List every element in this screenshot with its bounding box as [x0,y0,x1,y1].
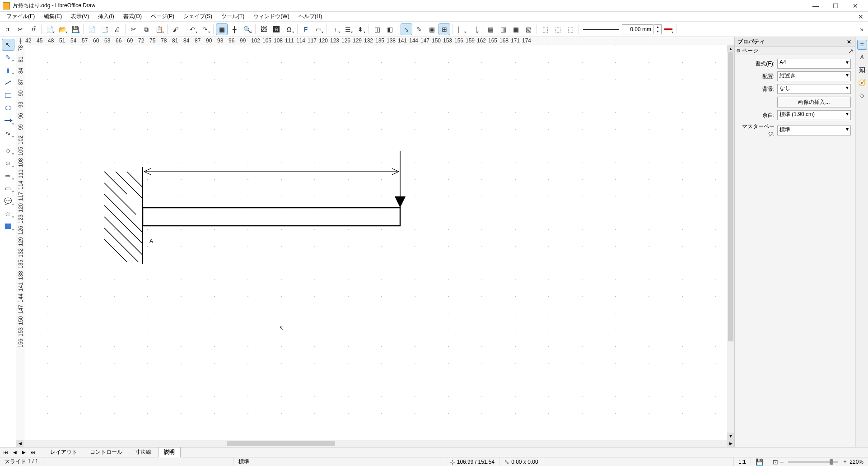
formula-pi-var-icon[interactable]: π̃ [27,23,39,35]
master-page-select[interactable]: 標準▾ [777,126,851,135]
snap-to-grid-button[interactable]: ⊞ [439,23,450,35]
menu-file[interactable]: ファイル(F) [2,12,39,21]
tab-nav-last[interactable]: ⏭ [29,448,37,457]
symbol-shapes-tool[interactable]: ☺ [2,157,14,169]
line-width-input[interactable] [622,24,653,34]
margin-select[interactable]: 標準 (1.90 cm)▾ [777,110,851,120]
ruler-corner[interactable]: ┼ [16,37,25,45]
toolbar-overflow-icon[interactable]: » [857,26,866,33]
line-tool[interactable] [2,77,14,89]
toggle-extrusion-button[interactable]: ▣ [426,23,438,35]
cut-symbol-icon[interactable]: ✂ [14,23,26,35]
status-scale[interactable]: 1:1 [734,457,751,466]
formula-pi-icon[interactable]: π [2,23,14,35]
minimize-button[interactable]: — [806,0,826,11]
menu-insert[interactable]: 挿入(I) [93,12,118,21]
export-pdf-button[interactable]: 📄 [86,23,98,35]
fill-color-tool[interactable]: ▮ [2,64,14,76]
toggle-point-edit-button[interactable]: ↘ [401,23,412,35]
ungroup-button[interactable]: ⬚ [552,23,564,35]
shadow-button[interactable]: ◫ [371,23,383,35]
status-save-icon[interactable]: 💾 [751,457,768,466]
cut-button[interactable]: ✂ [128,23,140,35]
hyperlink-button[interactable]: ▭ [313,23,324,35]
callout-tool[interactable]: 💬 [2,195,14,207]
line-style-preview[interactable] [583,29,619,30]
combine-button[interactable]: ⬚ [565,23,576,35]
send-backward-button[interactable]: ▦ [510,23,522,35]
horizontal-scrollbar[interactable]: ◀ ▶ [16,440,734,447]
sidepanel-close-icon[interactable]: ✕ [845,39,853,45]
menu-window[interactable]: ウィンドウ(W) [249,12,294,21]
snap-guides-button[interactable]: ╋ [229,23,240,35]
paste-button[interactable]: 📋 [153,23,165,35]
page-tab-layout[interactable]: レイアウト [44,447,83,457]
basic-shapes-tool[interactable]: ◇ [2,144,14,156]
menu-shape[interactable]: シェイプ(S) [179,12,217,21]
stars-tool[interactable]: ☆ [2,208,14,219]
distribute-button[interactable]: ⬍ [355,23,366,35]
menu-view[interactable]: 表示(V) [66,12,93,21]
arrange-button[interactable]: ☰ [342,23,354,35]
new-button[interactable]: 📄 [44,23,56,35]
zoom-value[interactable]: 220% [849,459,863,465]
sidepanel-section-header[interactable]: ⊟ ページ ↗ [735,47,855,55]
align-left-button[interactable]: ⎸ [455,23,467,35]
save-button[interactable]: 💾 [69,23,81,35]
insert-image-button[interactable]: 🖼 [258,23,270,35]
menu-help[interactable]: ヘルプ(H) [294,12,327,21]
rectangle-tool[interactable] [2,89,14,101]
menu-tools[interactable]: ツール(T) [217,12,249,21]
align-objects-button[interactable]: ⫞ [329,23,341,35]
vertical-scrollbar[interactable]: ▲ ▼ [727,45,734,440]
orientation-select[interactable]: 縦置き▾ [777,71,851,81]
send-back-button[interactable]: ▧ [523,23,534,35]
arrow-tool[interactable] [2,115,14,126]
block-arrows-tool[interactable]: ⇨ [2,170,14,182]
background-select[interactable]: なし▾ [777,84,851,94]
maximize-button[interactable]: ☐ [826,0,845,11]
menu-edit[interactable]: 編集(E) [39,12,66,21]
line-color-tool[interactable]: ✎ [2,51,14,63]
status-style[interactable]: 標準 [234,457,254,466]
zoom-button[interactable]: 🔍 [241,23,253,35]
flowchart-tool[interactable]: ▭ [2,182,14,194]
insert-image-button-panel[interactable]: 画像の挿入... [777,97,851,107]
group-button[interactable]: ⬚ [539,23,551,35]
canvas[interactable]: A ↖ [25,45,727,440]
horizontal-ruler[interactable]: 4245485154576063666972757881848790939699… [25,37,734,45]
tab-nav-next[interactable]: ▶ [20,448,28,457]
format-select[interactable]: A4▾ [777,59,851,69]
copy-button[interactable]: ⧉ [140,23,152,35]
fontwork-button[interactable]: F [300,23,312,35]
sidebar-tab-styles[interactable]: A [857,52,867,62]
line-width-spinner[interactable]: ▲▼ [654,24,662,34]
sidebar-tab-properties[interactable]: ≡ [857,40,867,50]
insert-special-char-button[interactable]: Ω [283,23,295,35]
3d-objects-tool[interactable] [2,220,14,232]
menu-page[interactable]: ページ(P) [146,12,179,21]
sidebar-tab-gallery[interactable]: 🖼 [857,65,867,75]
tab-nav-prev[interactable]: ◀ [11,448,19,457]
open-button[interactable]: 📂 [56,23,68,35]
insert-textbox-button[interactable]: 🅰 [271,23,282,35]
bring-forward-button[interactable]: ▥ [497,23,509,35]
print-preview-button[interactable]: 📑 [98,23,110,35]
undo-button[interactable]: ↶ [187,23,198,35]
ellipse-tool[interactable] [2,102,14,114]
sidebar-tab-shapes[interactable]: ◇ [857,90,867,100]
zoom-controls[interactable]: ⊡ ─ ＋ 220% [768,457,868,466]
glue-points-button[interactable]: ✎ [413,23,425,35]
grid-button[interactable]: ▦ [216,23,228,35]
section-more-icon[interactable]: ↗ [848,48,854,54]
page-tab-description[interactable]: 説明 [158,447,181,457]
zoom-slider[interactable] [788,461,838,463]
close-doc-icon[interactable]: ✕ [858,14,866,20]
clone-format-button[interactable]: 🖌 [170,23,182,35]
align-center-button[interactable]: ⎹ [468,23,480,35]
menu-format[interactable]: 書式(O) [119,12,146,21]
curve-tool[interactable]: ∿ [2,127,14,139]
vertical-ruler[interactable]: 7881848790939699102105108111114117120123… [16,45,25,440]
close-button[interactable]: ✕ [845,0,865,11]
crop-button[interactable]: ◧ [384,23,396,35]
